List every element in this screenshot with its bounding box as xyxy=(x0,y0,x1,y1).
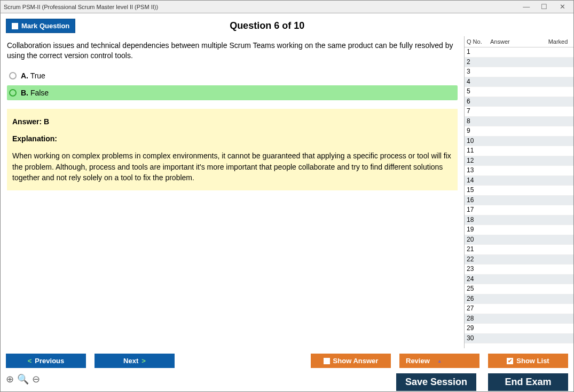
zoom-out-icon[interactable]: ⊖ xyxy=(32,373,40,391)
col-marked: Marked xyxy=(545,38,571,45)
row-qno: 15 xyxy=(467,186,490,195)
row-qno: 23 xyxy=(467,265,490,274)
bottom-toolbar: < Previous Next > Show Answer Review ▲ S… xyxy=(1,348,573,371)
row-qno: 13 xyxy=(467,166,490,175)
row-qno: 26 xyxy=(467,294,490,304)
question-row[interactable]: 18 xyxy=(465,215,573,226)
question-row[interactable]: 10 xyxy=(465,137,573,147)
window-title: Scrum PSM-II (Professional Scrum Master … xyxy=(4,4,158,10)
options-list: A. TrueB. False xyxy=(7,68,458,100)
question-row[interactable]: 15 xyxy=(465,186,573,196)
question-text: Collaboration issues and technical depen… xyxy=(7,41,458,61)
row-qno: 30 xyxy=(467,334,490,343)
option-label: A. True xyxy=(21,71,45,80)
question-row[interactable]: 27 xyxy=(465,304,573,314)
row-qno: 8 xyxy=(467,117,490,126)
answer-label: Answer: B xyxy=(12,116,452,127)
row-qno: 20 xyxy=(467,235,490,245)
row-qno: 10 xyxy=(467,137,490,146)
answer-explanation-box: Answer: B Explanation: When working on c… xyxy=(7,109,458,190)
chevron-left-icon: < xyxy=(28,357,32,365)
show-answer-button[interactable]: Show Answer xyxy=(311,354,391,368)
question-row[interactable]: 25 xyxy=(465,284,573,294)
question-row[interactable]: 1 xyxy=(465,47,573,58)
zoom-in-icon[interactable]: 🔍 xyxy=(17,373,29,391)
row-qno: 12 xyxy=(467,156,490,166)
question-row[interactable]: 11 xyxy=(465,146,573,156)
save-session-button[interactable]: Save Session xyxy=(396,373,476,391)
question-row[interactable]: 17 xyxy=(465,205,573,215)
review-button[interactable]: Review ▲ xyxy=(399,354,479,368)
sidebar-header: Q No. Answer Marked xyxy=(465,36,573,47)
main-panel: Collaboration issues and technical depen… xyxy=(1,36,464,348)
question-row[interactable]: 14 xyxy=(465,176,573,186)
row-qno: 29 xyxy=(467,324,490,333)
next-button[interactable]: Next > xyxy=(95,354,175,368)
option-A[interactable]: A. True xyxy=(7,68,458,83)
question-row[interactable]: 22 xyxy=(465,255,573,265)
question-row[interactable]: 8 xyxy=(465,117,573,127)
question-row[interactable]: 23 xyxy=(465,265,573,275)
row-qno: 9 xyxy=(467,126,490,136)
explanation-text: When working on complex problems in comp… xyxy=(12,150,452,183)
row-qno: 25 xyxy=(467,284,490,294)
row-qno: 19 xyxy=(467,225,490,235)
option-B[interactable]: B. False xyxy=(7,85,458,100)
mark-question-label: Mark Question xyxy=(21,22,69,30)
next-label: Next xyxy=(123,357,138,365)
col-qno: Q No. xyxy=(467,38,490,45)
checkbox-icon xyxy=(12,23,18,29)
question-row[interactable]: 19 xyxy=(465,225,573,235)
question-row[interactable]: 13 xyxy=(465,166,573,176)
explanation-heading: Explanation: xyxy=(12,133,452,144)
question-row[interactable]: 12 xyxy=(465,156,573,166)
row-qno: 28 xyxy=(467,314,490,324)
review-label: Review xyxy=(406,357,430,365)
question-row[interactable]: 5 xyxy=(465,87,573,97)
checkbox-checked-icon xyxy=(507,358,513,364)
show-answer-label: Show Answer xyxy=(333,357,379,365)
chevron-right-icon: > xyxy=(141,357,146,365)
question-row[interactable]: 6 xyxy=(465,97,573,107)
sidebar-body[interactable]: 1234567891011121314151617181920212223242… xyxy=(465,47,573,348)
title-bar: Scrum PSM-II (Professional Scrum Master … xyxy=(1,1,573,13)
previous-label: Previous xyxy=(35,357,64,365)
question-row[interactable]: 3 xyxy=(465,67,573,77)
radio-icon xyxy=(9,72,17,79)
row-qno: 1 xyxy=(467,47,490,57)
row-qno: 18 xyxy=(467,215,490,225)
mark-question-button[interactable]: Mark Question xyxy=(6,19,75,33)
question-row[interactable]: 2 xyxy=(465,58,573,68)
content-row: Collaboration issues and technical depen… xyxy=(1,36,573,348)
question-row[interactable]: 29 xyxy=(465,324,573,334)
save-session-label: Save Session xyxy=(405,377,467,388)
question-row[interactable]: 21 xyxy=(465,245,573,255)
previous-button[interactable]: < Previous xyxy=(6,354,86,368)
show-list-button[interactable]: Show List xyxy=(488,354,568,368)
question-row[interactable]: 9 xyxy=(465,126,573,137)
question-row[interactable]: 30 xyxy=(465,334,573,344)
top-bar: Mark Question Question 6 of 10 xyxy=(1,13,573,36)
close-icon[interactable]: ✕ xyxy=(554,3,570,11)
row-qno: 6 xyxy=(467,97,490,107)
row-qno: 17 xyxy=(467,205,490,215)
question-row[interactable]: 16 xyxy=(465,196,573,206)
radio-icon xyxy=(9,89,17,97)
maximize-icon[interactable]: ☐ xyxy=(536,3,552,11)
question-row[interactable]: 20 xyxy=(465,235,573,245)
question-row[interactable]: 4 xyxy=(465,77,573,87)
end-exam-button[interactable]: End Exam xyxy=(488,373,568,391)
window-controls: — ☐ ✕ xyxy=(518,3,570,11)
question-row[interactable]: 7 xyxy=(465,107,573,117)
question-row[interactable]: 24 xyxy=(465,275,573,285)
minimize-icon[interactable]: — xyxy=(518,3,534,11)
checkbox-icon xyxy=(324,358,330,364)
row-qno: 27 xyxy=(467,304,490,314)
row-qno: 2 xyxy=(467,58,490,67)
question-row[interactable]: 28 xyxy=(465,314,573,324)
row-qno: 11 xyxy=(467,146,490,156)
question-row[interactable]: 26 xyxy=(465,294,573,305)
question-header: Question 6 of 10 xyxy=(75,20,459,31)
question-list-sidebar: Q No. Answer Marked 12345678910111213141… xyxy=(464,36,573,348)
zoom-reset-icon[interactable]: ⊕ xyxy=(6,373,14,391)
